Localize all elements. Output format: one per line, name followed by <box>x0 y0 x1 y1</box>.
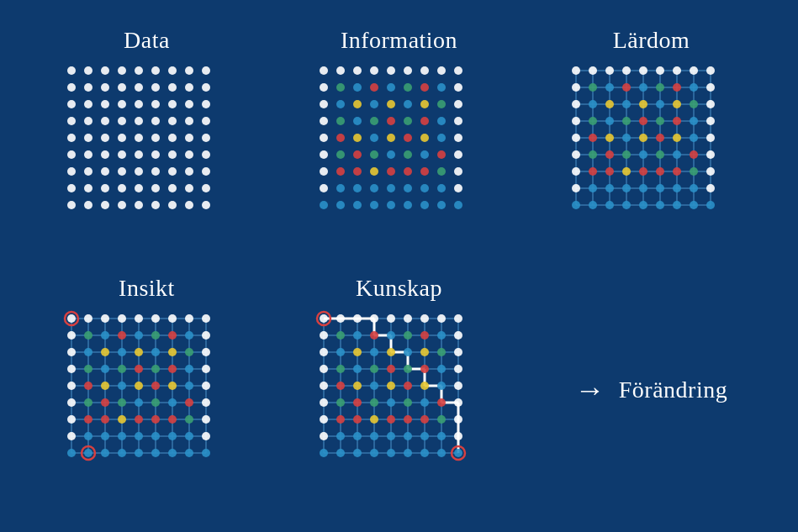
svg-point-122 <box>404 134 412 142</box>
svg-point-568 <box>84 382 92 390</box>
svg-point-48 <box>118 150 126 159</box>
svg-point-313 <box>690 66 698 75</box>
svg-point-790 <box>437 331 446 340</box>
svg-point-575 <box>202 382 210 390</box>
svg-point-815 <box>404 382 412 390</box>
svg-point-45 <box>67 150 76 159</box>
svg-point-94 <box>387 83 395 92</box>
svg-point-795 <box>370 348 378 356</box>
svg-point-155 <box>353 201 362 209</box>
svg-point-10 <box>84 83 92 92</box>
svg-point-40 <box>135 134 143 142</box>
svg-point-90 <box>320 83 328 92</box>
svg-point-603 <box>67 449 76 457</box>
svg-point-533 <box>101 314 109 323</box>
svg-point-828 <box>320 415 328 424</box>
svg-point-604 <box>84 449 92 457</box>
svg-point-84 <box>370 66 378 75</box>
svg-point-365 <box>656 167 664 176</box>
svg-point-317 <box>605 83 614 92</box>
insikt-grid <box>63 310 231 478</box>
svg-point-810 <box>320 382 328 390</box>
svg-point-82 <box>336 66 345 75</box>
svg-point-29 <box>101 117 109 125</box>
svg-point-115 <box>437 117 446 125</box>
svg-point-557 <box>202 348 210 356</box>
kunskap-title: Kunskap <box>356 275 442 302</box>
svg-point-18 <box>67 100 76 108</box>
information-grid <box>315 62 484 230</box>
svg-point-813 <box>370 382 378 390</box>
svg-point-811 <box>336 382 345 390</box>
svg-point-134 <box>454 150 462 159</box>
svg-point-539 <box>202 314 210 323</box>
svg-point-67 <box>135 184 143 192</box>
svg-point-553 <box>135 348 143 356</box>
svg-point-847 <box>336 449 345 457</box>
svg-point-608 <box>151 449 160 457</box>
svg-point-2 <box>101 66 109 75</box>
svg-point-849 <box>370 449 378 457</box>
svg-point-46 <box>84 150 92 159</box>
svg-point-128 <box>353 150 362 159</box>
svg-point-595 <box>84 432 92 440</box>
svg-point-345 <box>622 134 631 142</box>
svg-point-76 <box>135 201 143 209</box>
svg-point-551 <box>101 348 109 356</box>
svg-point-53 <box>202 150 210 159</box>
svg-point-21 <box>118 100 126 108</box>
svg-point-311 <box>656 66 664 75</box>
svg-point-71 <box>202 184 210 192</box>
svg-point-796 <box>387 348 395 356</box>
svg-point-332 <box>706 100 715 108</box>
svg-point-822 <box>370 398 378 407</box>
svg-point-111 <box>370 117 378 125</box>
svg-point-63 <box>67 184 76 192</box>
svg-point-531 <box>67 314 76 323</box>
svg-point-337 <box>639 117 647 125</box>
data-cell: Data <box>29 27 265 258</box>
svg-point-581 <box>151 398 160 407</box>
svg-point-578 <box>101 398 109 407</box>
svg-point-598 <box>135 432 143 440</box>
svg-point-98 <box>454 83 462 92</box>
svg-point-148 <box>387 184 395 192</box>
svg-point-144 <box>320 184 328 192</box>
svg-point-24 <box>168 100 177 108</box>
svg-point-79 <box>185 201 193 209</box>
svg-point-781 <box>437 314 446 323</box>
svg-point-81 <box>320 66 328 75</box>
svg-point-105 <box>420 100 429 108</box>
svg-point-31 <box>135 117 143 125</box>
insikt-title: Insikt <box>119 275 175 302</box>
svg-point-367 <box>690 167 698 176</box>
svg-point-606 <box>118 449 126 457</box>
svg-point-119 <box>353 134 362 142</box>
svg-point-793 <box>336 348 345 356</box>
svg-point-842 <box>404 432 412 440</box>
svg-point-369 <box>572 184 580 192</box>
svg-point-70 <box>185 184 193 192</box>
svg-point-358 <box>690 150 698 159</box>
svg-point-802 <box>336 365 345 373</box>
svg-point-16 <box>185 83 193 92</box>
svg-point-538 <box>185 314 193 323</box>
svg-point-336 <box>622 117 631 125</box>
svg-point-74 <box>101 201 109 209</box>
svg-point-854 <box>454 449 462 457</box>
svg-point-354 <box>622 150 631 159</box>
svg-point-104 <box>404 100 412 108</box>
svg-point-556 <box>185 348 193 356</box>
svg-point-593 <box>202 415 210 424</box>
svg-point-28 <box>84 117 92 125</box>
svg-point-339 <box>673 117 681 125</box>
svg-point-55 <box>84 167 92 176</box>
svg-point-817 <box>437 382 446 390</box>
svg-point-588 <box>118 415 126 424</box>
svg-point-778 <box>387 314 395 323</box>
svg-point-159 <box>420 201 429 209</box>
svg-point-587 <box>101 415 109 424</box>
svg-point-131 <box>404 150 412 159</box>
svg-point-543 <box>118 331 126 340</box>
svg-point-833 <box>404 415 412 424</box>
